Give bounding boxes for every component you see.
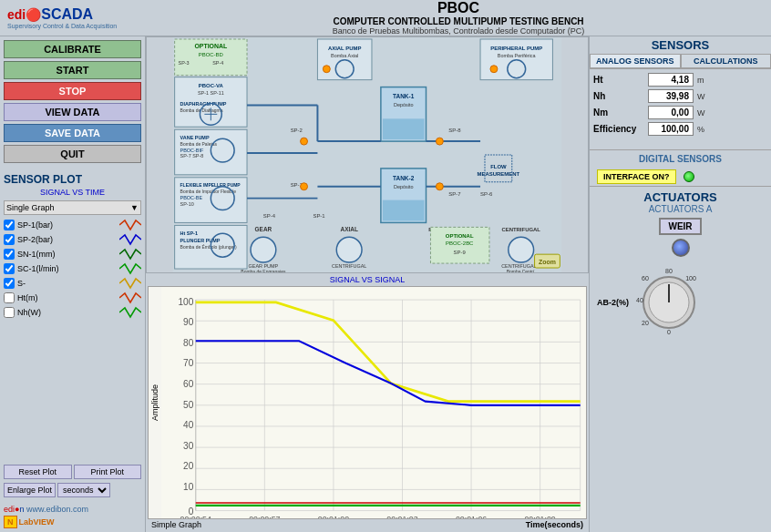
svg-text:0: 0 <box>667 329 671 335</box>
graph-type-selector[interactable]: Single Graph ▼ <box>4 200 141 215</box>
sensor-name-label: SN-1(mm) <box>17 250 119 259</box>
svg-text:OPTIONAL: OPTIONAL <box>446 233 474 239</box>
sensor-checkbox[interactable] <box>4 249 15 260</box>
sensor-reading-unit: % <box>697 125 704 134</box>
seconds-select[interactable]: seconds <box>57 483 110 497</box>
diagram-area: OPTIONAL PBOC-BD SP-3 SP-4 PBOC-VA SP-1 … <box>146 36 589 273</box>
sensor-wave-icon <box>119 306 141 319</box>
svg-point-67 <box>336 237 362 262</box>
svg-text:Bomba Periférica: Bomba Periférica <box>498 53 537 58</box>
sensor-name-label: S- <box>17 279 119 288</box>
svg-text:Bomba de Engranajes: Bomba de Engranajes <box>241 270 286 272</box>
sensor-name-label: SP-1(bar) <box>17 220 119 230</box>
svg-text:00:00:54: 00:00:54 <box>180 515 211 518</box>
svg-text:TANK-1: TANK-1 <box>393 93 415 99</box>
calibrate-button[interactable]: CALIBRATE <box>4 40 141 58</box>
svg-text:00:00:57: 00:00:57 <box>249 515 280 518</box>
svg-text:PBOC-BE: PBOC-BE <box>180 195 203 200</box>
svg-text:SP-7: SP-7 <box>448 191 460 197</box>
svg-text:PBOC-VA: PBOC-VA <box>199 83 224 88</box>
svg-point-64 <box>251 237 276 262</box>
ab-control-row: AB-2(%) 0 20 40 60 80 100 <box>593 266 767 339</box>
sensor-reading-label: Ht <box>593 75 648 85</box>
svg-text:SP-1 SP-11: SP-1 SP-11 <box>198 90 224 96</box>
svg-text:Bomba Axial: Bomba Axial <box>331 53 358 58</box>
actuators-a-label: ACTUATORS A <box>593 204 767 214</box>
weir-button[interactable]: WEIR <box>659 218 701 235</box>
interface-on-label: INTERFACE ON? <box>597 169 676 184</box>
chart-inner: 100 90 80 70 60 50 40 30 20 10 0 <box>161 287 586 518</box>
start-button[interactable]: START <box>4 61 141 79</box>
sensors-content: Ht4,18mNh39,98WNm0,00WEfficiency100,00% <box>590 69 771 142</box>
green-led-indicator <box>684 171 694 182</box>
svg-text:Zoom: Zoom <box>539 259 556 265</box>
sensor-reading-label: Nm <box>593 107 648 118</box>
svg-point-81 <box>436 138 443 145</box>
svg-text:SP-4: SP-4 <box>263 213 276 219</box>
svg-text:OPTIONAL: OPTIONAL <box>194 43 228 49</box>
title-area: PBOC COMPUTER CONTROLLED MULTIPUMP TESTI… <box>153 0 764 36</box>
sensor-list-item: Ht(m) <box>4 292 141 304</box>
print-plot-button[interactable]: Print Plot <box>74 465 142 479</box>
signal-vs-signal-label: SIGNAL VS SIGNAL <box>148 275 587 284</box>
save-data-button[interactable]: SAVE DATA <box>4 124 141 142</box>
sensor-checkbox[interactable] <box>4 278 15 289</box>
sensor-wave-icon <box>119 248 141 261</box>
svg-text:80: 80 <box>183 336 193 348</box>
sensor-reading-value: 0,00 <box>648 106 694 119</box>
svg-text:SP-6: SP-6 <box>480 191 493 197</box>
sensor-list-item: SN-1(mm) <box>4 248 141 261</box>
graph-type-arrow: ▼ <box>130 203 139 212</box>
svg-point-69 <box>509 237 534 262</box>
sensor-list-item: SP-2(bar) <box>4 233 141 246</box>
sensor-checkbox[interactable] <box>4 234 15 245</box>
sensor-name-label: SP-2(bar) <box>17 235 119 244</box>
sensor-list: SP-1(bar)SP-2(bar)SN-1(mm)SC-1(l/min)S-H… <box>4 219 141 461</box>
view-data-button[interactable]: VIEW DATA <box>4 103 141 121</box>
sensor-reading-value: 4,18 <box>648 73 694 87</box>
svg-text:40: 40 <box>183 419 193 431</box>
svg-text:PLUNGER PUMP: PLUNGER PUMP <box>180 238 221 243</box>
svg-text:FLOW: FLOW <box>490 164 507 169</box>
sensor-checkbox[interactable] <box>4 307 15 318</box>
sensor-reading-row: Ht4,18m <box>593 73 767 87</box>
sensor-checkbox[interactable] <box>4 220 15 230</box>
header: edi🔴SCADA Supervisory Control & Data Acq… <box>0 0 771 36</box>
svg-text:70: 70 <box>183 357 193 369</box>
svg-text:PERIPHERAL PUMP: PERIPHERAL PUMP <box>490 46 542 51</box>
sensor-name-label: Ht(m) <box>17 293 119 302</box>
weir-area: WEIR <box>593 218 767 259</box>
sensor-checkbox[interactable] <box>4 263 15 274</box>
title-subtitle1: COMPUTER CONTROLLED MULTIPUMP TESTING BE… <box>153 16 764 26</box>
tab-analog-sensors[interactable]: ANALOG SENSORS <box>590 54 681 68</box>
svg-text:Bomba de Impulsor Flexible: Bomba de Impulsor Flexible <box>180 189 237 194</box>
svg-text:SP-2: SP-2 <box>291 128 303 133</box>
page-title: PBOC <box>153 0 764 16</box>
graph-type-label: Single Graph <box>6 203 55 212</box>
svg-point-85 <box>490 66 498 73</box>
ab-knob-svg[interactable]: 0 20 40 60 80 100 <box>632 266 705 339</box>
stop-button[interactable]: STOP <box>4 82 141 100</box>
enlarge-row: Enlarge Plot seconds <box>4 483 141 497</box>
svg-text:00:01:09: 00:01:09 <box>524 515 555 518</box>
reset-plot-button[interactable]: Reset Plot <box>4 465 72 479</box>
weir-toggle-knob[interactable] <box>672 239 690 257</box>
tab-calculations[interactable]: CALCULATIONS <box>681 54 772 68</box>
svg-text:Depósito: Depósito <box>394 102 413 107</box>
svg-text:SP-3: SP-3 <box>179 60 190 66</box>
sensor-checkbox[interactable] <box>4 292 15 303</box>
svg-text:Bomba Centrí.: Bomba Centrí. <box>507 270 536 272</box>
svg-text:00:01:06: 00:01:06 <box>456 515 487 518</box>
quit-button[interactable]: QUIT <box>4 145 141 163</box>
sensor-list-item: SP-1(bar) <box>4 219 141 231</box>
svg-text:SP-9: SP-9 <box>454 250 467 255</box>
logo-sub: Supervisory Control & Data Acquisition <box>7 23 117 29</box>
enlarge-plot-button[interactable]: Enlarge Plot <box>4 483 56 497</box>
y-axis-label: Amplitude <box>149 287 161 518</box>
ab-label: AB-2(%) <box>597 298 629 307</box>
svg-text:10: 10 <box>183 480 193 492</box>
svg-text:40: 40 <box>636 297 643 303</box>
svg-point-83 <box>436 183 443 190</box>
svg-text:AXIAL: AXIAL <box>340 226 357 232</box>
svg-text:SP-8: SP-8 <box>448 128 461 133</box>
